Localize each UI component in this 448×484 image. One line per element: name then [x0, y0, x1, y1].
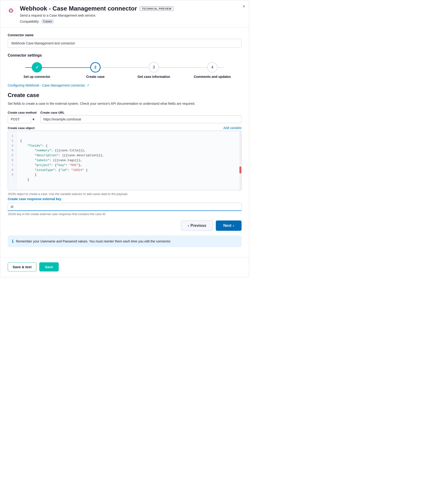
step-1-label: Set up connector — [24, 75, 50, 79]
step-1-check: ✓ — [35, 65, 39, 70]
code-line-6: "project": {"key": "ROC"}, — [20, 163, 82, 167]
code-line-1: { — [20, 139, 22, 143]
step-2-label: Create case — [86, 75, 105, 79]
compatibility-badge: Cases — [41, 19, 54, 24]
code-line-7: "issueType": {"id": "10024" } — [20, 168, 88, 172]
info-banner-text: Remember your Username and Password valu… — [16, 239, 171, 243]
step-3-circle: 3 — [149, 62, 159, 72]
step-2-circle: 2 — [90, 62, 101, 72]
code-editor[interactable]: 1 2 3 4 5 6 7 8 9 { "fields": { "summary… — [8, 131, 241, 190]
step-2[interactable]: 2 Create case — [66, 62, 125, 79]
compatibility-row: Compatibility: Cases — [20, 19, 243, 24]
url-input[interactable] — [40, 115, 241, 123]
method-group: Create case method POST PUT PATCH — [8, 111, 37, 123]
code-section-header: Create case object Add variable — [8, 126, 241, 130]
method-label: Create case method — [8, 111, 37, 114]
modal-header: Webhook - Case Management connector TECH… — [0, 0, 249, 28]
step-4-label: Comments and updates — [194, 75, 231, 79]
header-title-row: Webhook - Case Management connector TECH… — [20, 5, 243, 12]
connector-name-label: Connector name — [8, 33, 241, 37]
url-group: Create case URL — [40, 111, 241, 123]
add-variable-button[interactable]: Add variable — [223, 126, 241, 130]
line-num-5: 5 — [11, 153, 13, 158]
external-key-hint: JSON key in the create external case res… — [8, 212, 241, 216]
line-num-8: 8 — [11, 168, 13, 173]
scrollbar-thumb — [240, 167, 241, 174]
method-url-row: Create case method POST PUT PATCH Create… — [8, 111, 241, 123]
compatibility-label: Compatibility: — [20, 20, 40, 23]
external-key-link[interactable]: Create case response external key — [8, 197, 241, 201]
url-label: Create case URL — [40, 111, 241, 114]
info-banner: ℹ Remember your Username and Password va… — [8, 235, 241, 247]
step-1[interactable]: ✓ Set up connector — [8, 62, 66, 79]
code-line-4: "description": {{{case.description}}}, — [20, 154, 104, 157]
modal-container: Webhook - Case Management connector TECH… — [0, 0, 249, 277]
code-object-label: Create case object — [8, 126, 35, 130]
svg-point-2 — [12, 10, 13, 11]
info-icon: ℹ — [12, 239, 14, 244]
config-link[interactable]: Configuring Webhook - Case Management co… — [8, 83, 89, 87]
method-select[interactable]: POST PUT PATCH — [8, 115, 31, 123]
external-link-icon: ↗ — [87, 84, 89, 87]
line-num-2: 2 — [11, 139, 13, 143]
header-content: Webhook - Case Management connector TECH… — [20, 5, 243, 24]
line-num-1: 1 — [11, 134, 13, 139]
line-num-9: 9 — [11, 173, 13, 177]
connector-name-input[interactable] — [8, 39, 241, 48]
code-hint: JSON object to create a case. Use the va… — [8, 192, 241, 196]
scrollbar-track — [240, 131, 241, 190]
step-2-number: 2 — [95, 65, 96, 70]
svg-point-1 — [10, 9, 12, 10]
code-editor-inner: 1 2 3 4 5 6 7 8 9 { "fields": { "summary… — [8, 131, 241, 190]
method-select-wrapper: POST PUT PATCH — [8, 115, 37, 123]
create-case-description: Set fields to create a case in the exter… — [8, 101, 241, 106]
webhook-logo — [6, 6, 16, 16]
step-4[interactable]: 4 Comments and updates — [183, 62, 241, 79]
line-num-6: 6 — [11, 158, 13, 163]
modal-title: Webhook - Case Management connector — [20, 5, 137, 12]
save-test-button[interactable]: Save & test — [8, 262, 36, 271]
create-case-title: Create case — [8, 92, 241, 98]
external-key-input[interactable] — [8, 203, 241, 211]
code-line-2: "fields": { — [20, 144, 48, 148]
code-line-8: } — [20, 173, 36, 176]
previous-label: Previous — [190, 223, 206, 228]
divider — [0, 257, 249, 258]
step-3-number: 3 — [153, 65, 155, 70]
config-link-text: Configuring Webhook - Case Management co… — [8, 83, 86, 87]
line-num-4: 4 — [11, 148, 13, 153]
code-line-9: } — [20, 178, 29, 182]
svg-point-3 — [9, 10, 10, 11]
previous-button[interactable]: ‹ Previous — [181, 221, 213, 231]
line-num-7: 7 — [11, 163, 13, 168]
svg-point-0 — [6, 6, 16, 16]
step-3-label: Get case information — [137, 75, 170, 79]
prev-chevron-icon: ‹ — [188, 223, 189, 228]
step-3[interactable]: 3 Get case information — [125, 62, 183, 79]
line-num-3: 3 — [11, 143, 13, 149]
header-subtitle: Send a request to a Case Management web … — [20, 14, 243, 17]
step-4-circle: 4 — [207, 62, 217, 72]
nav-buttons: ‹ Previous Next › — [8, 221, 241, 231]
step-1-circle: ✓ — [32, 62, 42, 72]
code-line-5: "labels": {{{case.tags}}}, — [20, 159, 82, 162]
step-4-number: 4 — [211, 65, 214, 70]
next-button[interactable]: Next › — [216, 221, 241, 231]
close-button[interactable]: × — [242, 4, 245, 9]
line-numbers: 1 2 3 4 5 6 7 8 9 — [8, 131, 16, 190]
modal-body: Connector name Connector settings ✓ Set … — [0, 28, 249, 257]
code-content: { "fields": { "summary": {{{case.title}}… — [16, 131, 241, 190]
steps-container: ✓ Set up connector 2 Create case 3 Get c… — [8, 62, 241, 79]
next-label: Next — [223, 223, 232, 228]
connector-settings-label: Connector settings — [8, 53, 241, 57]
tech-preview-badge: TECHNICAL PREVIEW — [140, 7, 174, 11]
bottom-buttons: Save & test Save — [0, 262, 249, 277]
code-line-3: "summary": {{{case.title}}}, — [20, 149, 86, 152]
next-chevron-icon: › — [233, 223, 234, 228]
save-button[interactable]: Save — [39, 262, 59, 271]
